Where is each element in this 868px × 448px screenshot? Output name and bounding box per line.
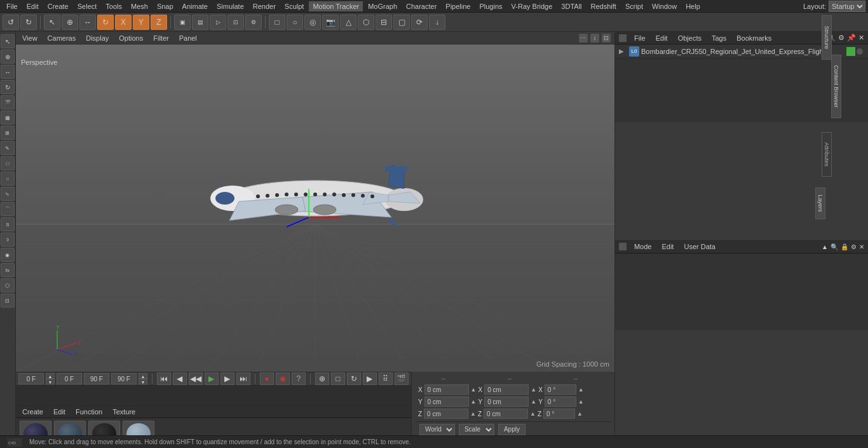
left-grid-btn[interactable]: ⊞ bbox=[1, 126, 15, 140]
redo-btn[interactable]: ↻ bbox=[20, 15, 37, 30]
playback2-btn[interactable]: ▶ bbox=[363, 372, 377, 385]
obj-expand-icon[interactable]: ▶ bbox=[619, 48, 627, 55]
menu-animate[interactable]: Animate bbox=[179, 1, 212, 11]
move2-btn[interactable]: ⊕ bbox=[315, 372, 329, 385]
step-back-btn[interactable]: ◀ bbox=[173, 372, 187, 385]
left-smooth-btn[interactable]: S bbox=[1, 217, 15, 231]
coord-z-pos-arrow[interactable]: ▲ bbox=[470, 411, 476, 417]
viewport-menu-cameras[interactable]: Cameras bbox=[45, 33, 79, 43]
cube-btn[interactable]: □ bbox=[269, 15, 285, 30]
render-settings-btn[interactable]: ⚙ bbox=[245, 15, 262, 30]
coord-z-pos[interactable] bbox=[424, 409, 468, 419]
scale-dropdown[interactable]: Scale bbox=[459, 424, 494, 435]
apply-button[interactable]: Apply bbox=[498, 424, 526, 435]
menu-character[interactable]: Character bbox=[402, 1, 440, 11]
coord-y-size[interactable] bbox=[484, 397, 529, 407]
step-forward-btn[interactable]: ▶ bbox=[220, 372, 234, 385]
left-magnet-btn[interactable]: ⌒ bbox=[1, 202, 15, 216]
attr-settings-icon[interactable]: ⚙ bbox=[851, 243, 857, 250]
attr-menu-mode[interactable]: Mode bbox=[632, 241, 654, 252]
render-active-btn[interactable]: ▷ bbox=[210, 15, 226, 30]
frame-display-input[interactable] bbox=[374, 372, 400, 372]
cursor-tool-btn[interactable]: ↖ bbox=[44, 15, 60, 30]
dots2-btn[interactable]: ⠿ bbox=[379, 372, 393, 385]
move-tool-btn[interactable]: ⊕ bbox=[62, 15, 78, 30]
obj-menu-tags[interactable]: Tags bbox=[709, 33, 729, 43]
coord-z-rot-arrow[interactable]: ▲ bbox=[577, 411, 583, 417]
timeline-ruler[interactable]: 0 5 10 15 20 25 30 35 40 45 50 55 bbox=[16, 372, 411, 372]
viewport-canvas[interactable]: Perspective bbox=[16, 44, 614, 372]
rotate2-btn[interactable]: ↻ bbox=[347, 372, 361, 385]
play-back-btn[interactable]: ◀◀ bbox=[189, 372, 203, 385]
coord-y-size-arrow[interactable]: ▲ bbox=[531, 398, 536, 405]
side-tab-structure[interactable]: Structure bbox=[822, 32, 832, 60]
rotate-tool-btn[interactable]: ↻ bbox=[97, 15, 114, 30]
menu-create[interactable]: Create bbox=[44, 1, 72, 11]
menu-mograph[interactable]: MoGraph bbox=[364, 1, 401, 11]
viewport-menu-options[interactable]: Options bbox=[116, 33, 146, 43]
menu-file[interactable]: File bbox=[3, 1, 22, 11]
side-tab-attributes[interactable]: Attributes bbox=[822, 132, 832, 177]
y-axis-btn[interactable]: Y bbox=[133, 15, 149, 30]
mat-menu-create[interactable]: Create bbox=[20, 407, 46, 417]
menu-select[interactable]: Select bbox=[74, 1, 101, 11]
end-frame-dn[interactable]: ▼ bbox=[139, 379, 147, 384]
coord-z-size-arrow[interactable]: ▲ bbox=[530, 411, 536, 417]
start-frame-up[interactable]: ▲ bbox=[46, 373, 55, 379]
mograph2-btn[interactable]: ▢ bbox=[393, 15, 410, 30]
viewport-menu-display[interactable]: Display bbox=[83, 33, 111, 43]
attr-menu-userdata[interactable]: User Data bbox=[681, 241, 718, 252]
menu-script[interactable]: Script bbox=[621, 1, 647, 11]
left-move-btn[interactable]: ⊕ bbox=[1, 50, 15, 64]
sphere-btn[interactable]: ○ bbox=[287, 15, 303, 30]
box2-btn[interactable]: □ bbox=[331, 372, 345, 385]
attr-up-icon[interactable]: ▲ bbox=[822, 243, 828, 250]
world-dropdown[interactable]: World bbox=[419, 424, 455, 435]
frame-arrows[interactable]: ▲ bbox=[402, 372, 411, 372]
menu-edit[interactable]: Edit bbox=[23, 1, 43, 11]
left-rotate-btn[interactable]: ↻ bbox=[1, 80, 15, 94]
menu-3dtall[interactable]: 3DTAll bbox=[557, 1, 585, 11]
side-tab-layers[interactable]: Layers bbox=[815, 187, 825, 219]
z-axis-btn[interactable]: Z bbox=[151, 15, 167, 30]
viewport-menu-panel[interactable]: Panel bbox=[177, 33, 200, 43]
light-btn[interactable]: ◎ bbox=[304, 15, 321, 30]
left-fx-btn[interactable]: fx bbox=[1, 263, 15, 277]
menu-simulate[interactable]: Simulate bbox=[213, 1, 248, 11]
attr-menu-edit[interactable]: Edit bbox=[659, 241, 676, 252]
menu-plugins[interactable]: Plugins bbox=[475, 1, 506, 11]
polygon-btn[interactable]: △ bbox=[340, 15, 356, 30]
coord-x-size-arrow[interactable]: ▲ bbox=[531, 386, 536, 393]
attr-lock-icon[interactable]: 🔒 bbox=[841, 243, 848, 250]
play-btn[interactable]: ▶ bbox=[205, 372, 219, 385]
coord-z-size[interactable] bbox=[484, 409, 528, 419]
left-scene-btn[interactable]: ⬡ bbox=[1, 278, 15, 292]
coord-y-pos-arrow[interactable]: ▲ bbox=[471, 398, 477, 405]
x-axis-btn[interactable]: X bbox=[115, 15, 132, 30]
hair2-btn[interactable]: ⟳ bbox=[411, 15, 428, 30]
viewport[interactable]: View Cameras Display Options Filter Pane… bbox=[16, 32, 614, 372]
left-snap2-btn[interactable]: ⊡ bbox=[1, 294, 15, 308]
render-region-btn[interactable]: ▤ bbox=[192, 15, 208, 30]
left-cube2-btn[interactable]: □ bbox=[1, 156, 15, 170]
menu-window[interactable]: Window bbox=[648, 1, 681, 11]
viewport-icon-arrows[interactable]: ↕ bbox=[590, 34, 599, 43]
record-btn[interactable]: ● bbox=[260, 372, 274, 385]
coord-y-pos[interactable] bbox=[424, 397, 469, 407]
mat-menu-edit[interactable]: Edit bbox=[51, 407, 68, 417]
go-to-start-btn[interactable]: ⏮ bbox=[157, 372, 171, 385]
scale-tool-btn[interactable]: ↔ bbox=[79, 15, 96, 30]
coord-z-rot[interactable] bbox=[543, 409, 575, 419]
film2-btn[interactable]: 🎬 bbox=[395, 372, 409, 385]
menu-pipeline[interactable]: Pipeline bbox=[442, 1, 474, 11]
preview-end-input[interactable] bbox=[84, 373, 109, 384]
menu-snap[interactable]: Snap bbox=[153, 1, 177, 11]
viewport-menu-view[interactable]: View bbox=[20, 33, 40, 43]
left-sphere2-btn[interactable]: ○ bbox=[1, 172, 15, 186]
start-frame-input[interactable] bbox=[18, 373, 44, 384]
undo-btn[interactable]: ↺ bbox=[3, 15, 19, 30]
menu-render[interactable]: Render bbox=[249, 1, 280, 11]
start-frame-dn[interactable]: ▼ bbox=[46, 379, 55, 384]
camera-btn[interactable]: 📷 bbox=[322, 15, 339, 30]
side-tab-content-browser[interactable]: Content Browser bbox=[831, 55, 841, 118]
